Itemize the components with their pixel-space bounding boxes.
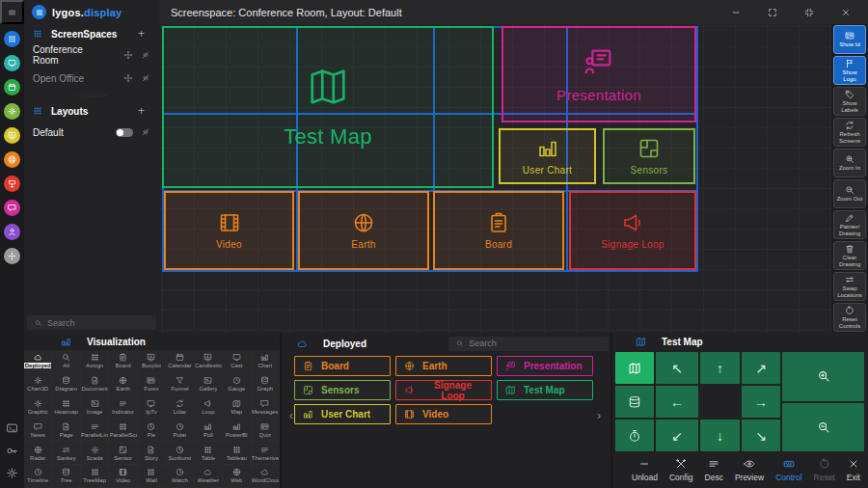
tool-button-swap-locations[interactable]: Swap Locations bbox=[833, 272, 866, 301]
window-button-close[interactable] bbox=[827, 0, 864, 24]
pad-button-pan-up-left[interactable]: ↖ bbox=[656, 352, 698, 384]
deployed-item-earth[interactable]: Earth bbox=[395, 356, 492, 376]
viz-item[interactable]: Funnel bbox=[166, 373, 194, 396]
viz-item[interactable]: Watch bbox=[166, 465, 194, 488]
deployed-prev-button[interactable]: ‹ bbox=[284, 408, 299, 423]
pad-button-zoom-out[interactable] bbox=[782, 403, 864, 452]
viz-item[interactable]: Graph bbox=[252, 373, 280, 396]
viz-item[interactable]: News bbox=[24, 419, 52, 442]
tool-button-clear-drawing[interactable]: Clear Drawing bbox=[833, 241, 866, 270]
deployed-item-user-chart[interactable]: User Chart bbox=[294, 404, 391, 424]
move-icon[interactable] bbox=[123, 73, 133, 83]
unlink-icon[interactable] bbox=[141, 73, 150, 83]
viz-item[interactable]: Graphic bbox=[24, 396, 52, 420]
add-screenspace-button[interactable]: + bbox=[132, 27, 150, 41]
unlink-icon[interactable] bbox=[141, 50, 150, 60]
panel-drag-handle[interactable]: ········· bbox=[24, 90, 159, 101]
viz-item[interactable]: Chart3D bbox=[24, 373, 52, 396]
pad-button-reset-view[interactable] bbox=[615, 420, 654, 451]
viz-item[interactable]: Themeriver bbox=[252, 442, 280, 465]
footer-button-unload[interactable]: Unload bbox=[626, 457, 664, 483]
tool-button-show-labels[interactable]: Show Labels bbox=[833, 87, 866, 116]
viz-item[interactable]: Story bbox=[138, 442, 166, 465]
deployed-item-presentation[interactable]: Presentation bbox=[497, 356, 593, 376]
deployed-item-sensors[interactable]: Sensors bbox=[294, 380, 391, 400]
viz-item[interactable]: WordCloud bbox=[252, 465, 280, 488]
pad-button-zoom-in[interactable] bbox=[782, 352, 864, 401]
rail-bottom-item-keys[interactable] bbox=[6, 445, 18, 457]
rail-item-devices[interactable] bbox=[4, 55, 20, 71]
viz-item[interactable]: Poll bbox=[195, 419, 223, 442]
viz-item[interactable]: Heatmap bbox=[52, 396, 80, 420]
viz-item[interactable]: Quiz bbox=[252, 419, 280, 442]
deployed-search-input[interactable] bbox=[469, 339, 601, 348]
window-button-minimize[interactable] bbox=[718, 0, 754, 24]
viz-item[interactable]: Polar bbox=[166, 419, 194, 442]
footer-button-config[interactable]: Config bbox=[664, 457, 699, 483]
tool-button-refresh-screens[interactable]: Refresh Screens bbox=[833, 118, 866, 147]
pad-button-pan-up[interactable]: ↑ bbox=[700, 352, 740, 384]
viz-item[interactable]: Chart bbox=[252, 350, 280, 373]
pad-button-pan-down-right[interactable]: ↘ bbox=[742, 420, 780, 451]
zone-earth[interactable]: Earth bbox=[298, 191, 429, 270]
tool-button-zoom-out[interactable]: Zoom Out bbox=[833, 179, 866, 208]
viz-item[interactable]: TreeMap bbox=[81, 465, 109, 488]
move-icon[interactable] bbox=[123, 50, 133, 60]
zone-board[interactable]: Board bbox=[433, 191, 564, 270]
viz-item[interactable]: Indicator bbox=[109, 396, 137, 420]
viz-item[interactable]: Diagram bbox=[52, 373, 80, 396]
viz-item[interactable]: Board bbox=[109, 350, 137, 373]
deployed-item-test-map[interactable]: Test Map bbox=[497, 380, 593, 400]
tool-button-zoom-in[interactable]: Zoom In bbox=[833, 149, 866, 177]
viz-item[interactable]: Calendar bbox=[166, 350, 194, 373]
window-button-restore-size[interactable] bbox=[791, 0, 827, 24]
zone-test-map[interactable]: Test Map bbox=[162, 26, 494, 188]
viz-item[interactable]: Wall bbox=[138, 465, 166, 488]
rail-bottom-item-terminal[interactable] bbox=[6, 422, 18, 435]
viz-item[interactable]: IpTv bbox=[138, 396, 166, 420]
add-layout-button[interactable]: + bbox=[132, 104, 150, 118]
left-search-input[interactable] bbox=[47, 318, 149, 328]
pad-button-map-mode[interactable] bbox=[615, 352, 654, 384]
zone-sensors[interactable]: Sensors bbox=[603, 128, 695, 184]
rail-item-printing[interactable] bbox=[4, 151, 20, 168]
rail-item-screens[interactable] bbox=[4, 31, 20, 47]
viz-item[interactable]: Candlestick bbox=[195, 350, 223, 373]
rail-item-services[interactable] bbox=[4, 103, 20, 120]
window-button-maximize[interactable] bbox=[754, 0, 791, 24]
viz-item[interactable]: Deployed bbox=[24, 350, 52, 373]
viz-item[interactable]: Gauge bbox=[223, 373, 251, 396]
viz-item[interactable]: Web bbox=[223, 465, 251, 488]
pad-button-layers[interactable] bbox=[615, 386, 654, 418]
viz-item[interactable]: Tableau bbox=[223, 442, 251, 465]
viz-item[interactable]: Table bbox=[195, 442, 223, 465]
viz-item[interactable]: Cast bbox=[223, 350, 251, 373]
viz-item[interactable]: Messages bbox=[252, 396, 280, 420]
deployed-item-board[interactable]: Board bbox=[294, 356, 391, 376]
viz-item[interactable]: Assign bbox=[81, 350, 109, 373]
viz-item[interactable]: All bbox=[52, 350, 80, 373]
viz-item[interactable]: Weather bbox=[195, 465, 223, 488]
rail-item-signage[interactable] bbox=[4, 176, 20, 192]
viz-item[interactable]: Pie bbox=[138, 419, 166, 442]
zone-presentation[interactable]: Presentation bbox=[502, 26, 696, 122]
viz-item[interactable]: Earth bbox=[109, 373, 137, 396]
tool-button-painter-drawing[interactable]: Painter/ Drawing bbox=[833, 210, 866, 239]
pad-button-pan-left[interactable]: ← bbox=[656, 386, 698, 418]
viz-item[interactable]: Map bbox=[223, 396, 251, 420]
footer-button-desc[interactable]: Desc bbox=[699, 457, 729, 483]
tool-button-show-id[interactable]: Show Id bbox=[833, 25, 866, 54]
deployed-item-signage-loop[interactable]: Signage Loop bbox=[395, 380, 492, 400]
viz-item[interactable]: ParallelScatter bbox=[109, 419, 137, 442]
footer-button-preview[interactable]: Preview bbox=[729, 457, 770, 483]
viz-item[interactable]: Loop bbox=[195, 396, 223, 420]
viz-item[interactable]: Tree bbox=[52, 465, 80, 488]
rail-item-messages[interactable] bbox=[4, 200, 20, 216]
screenspace-item-open-office[interactable]: Open Office bbox=[24, 67, 159, 90]
viz-item[interactable]: ParallelLine bbox=[81, 419, 109, 442]
layout-item-default[interactable]: Default bbox=[24, 121, 159, 144]
screenspace-canvas[interactable]: Test Map Presentation User Chart Sensors… bbox=[159, 24, 831, 333]
viz-item[interactable]: Boxplot bbox=[138, 350, 166, 373]
viz-item[interactable]: Sankey bbox=[52, 442, 80, 465]
viz-item[interactable]: Sunburst bbox=[166, 442, 194, 465]
